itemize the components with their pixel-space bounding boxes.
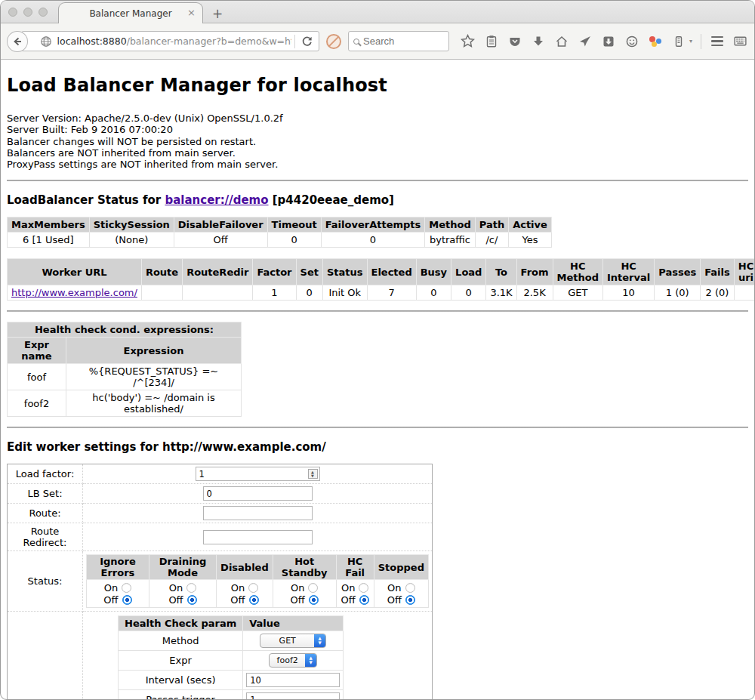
hot-standby-on-radio[interactable] <box>308 583 318 593</box>
bookmark-star-icon <box>461 34 475 48</box>
passes-input[interactable] <box>246 692 340 700</box>
battery-extension-button[interactable] <box>671 34 686 48</box>
worker-url-link[interactable]: http://www.example.com/ <box>11 287 137 298</box>
off-label: Off <box>387 594 402 606</box>
cell-route <box>141 285 182 301</box>
send-tab-button[interactable] <box>578 34 593 48</box>
worker-table: Worker URL Route RouteRedir Factor Set S… <box>7 258 755 301</box>
col-failoverattempts: FailoverAttempts <box>321 217 425 233</box>
balancer-demo-link[interactable]: balancer://demo <box>165 193 268 207</box>
home-icon <box>555 35 569 48</box>
colored-dots-extension-button[interactable] <box>648 34 663 48</box>
search-input[interactable] <box>363 35 439 47</box>
on-label: On <box>169 582 183 594</box>
cell-busy: 0 <box>416 285 451 301</box>
select-stepper-icon: ▲▼ <box>305 653 316 668</box>
cell-factor: 1 <box>253 285 296 301</box>
url-text[interactable]: localhost:8880/balancer-manager?b=demo&w… <box>57 35 292 47</box>
downloads-button[interactable] <box>531 34 546 48</box>
edit-worker-heading: Edit worker settings for http://www.exam… <box>7 440 748 454</box>
ignore-errors-on-radio[interactable] <box>122 583 131 593</box>
reading-list-button[interactable] <box>484 34 499 48</box>
keyboard-extension-button[interactable] <box>733 34 748 48</box>
col-hc-interval: HC Interval <box>602 259 654 285</box>
col-busy: Busy <box>416 259 451 285</box>
cell-hc-method: GET <box>553 285 602 301</box>
disabled-on-radio[interactable] <box>248 583 258 593</box>
stopped-on-radio[interactable] <box>405 583 415 593</box>
url-path: /balancer-manager?b=demo&w=http://www.ex… <box>127 35 291 47</box>
off-label: Off <box>291 594 305 606</box>
new-tab-button[interactable]: + <box>212 6 223 21</box>
keyboard-icon <box>733 34 747 48</box>
cell-elected: 7 <box>367 285 416 301</box>
smiley-extension-button[interactable] <box>624 34 639 48</box>
form-row-route-redirect: Route Redirect: <box>8 523 433 551</box>
route-input[interactable] <box>203 506 313 520</box>
home-button[interactable] <box>554 34 569 48</box>
cell-stickysession: (None) <box>89 233 174 248</box>
search-bar[interactable] <box>348 31 449 51</box>
cell-expression: hc('body') =~ /domain is established/ <box>66 390 242 417</box>
hc-params-header-row: Health Check param Value <box>119 616 344 631</box>
back-button[interactable] <box>7 31 28 52</box>
lb-set-label: LB Set: <box>8 484 83 504</box>
col-hc-method: HC Method <box>553 259 602 285</box>
inherit-notice-line: Balancers are NOT inherited from main se… <box>7 147 748 159</box>
hot-standby-off-radio[interactable] <box>309 595 319 605</box>
pocket-button[interactable] <box>507 34 522 48</box>
route-label: Route: <box>8 504 83 523</box>
draining-mode-off-radio[interactable] <box>187 595 197 605</box>
number-stepper-icon[interactable]: ▲▼ <box>308 469 318 479</box>
reload-button[interactable] <box>298 35 319 47</box>
url-bar[interactable]: localhost:8880/balancer-manager?b=demo&w… <box>21 31 320 51</box>
status-radio-row: On Off On Off On Off <box>87 580 429 608</box>
expr-label: Expr <box>119 651 243 671</box>
route-redirect-input[interactable] <box>203 530 313 544</box>
cell-timeout: 0 <box>267 233 321 248</box>
col-set: Set <box>296 259 322 285</box>
draining-mode-on-radio[interactable] <box>186 583 196 593</box>
server-info: Server Version: Apache/2.5.0-dev (Unix) … <box>7 113 748 170</box>
lb-status-heading: LoadBalancer Status for balancer://demo … <box>7 193 748 207</box>
colored-dots-icon <box>649 35 662 48</box>
on-label: On <box>104 582 118 594</box>
menu-button[interactable] <box>710 34 725 48</box>
method-select[interactable]: GET ▲▼ <box>260 634 326 648</box>
tab-balancer-manager[interactable]: Balancer Manager × <box>58 2 203 23</box>
on-label: On <box>387 582 401 594</box>
hc-fail-off-radio[interactable] <box>359 595 369 605</box>
expr-select[interactable]: foof2 ▲▼ <box>269 653 317 668</box>
disabled-off-radio[interactable] <box>249 595 259 605</box>
on-label: On <box>341 582 355 594</box>
bookmark-star-button[interactable] <box>461 34 476 48</box>
on-label: On <box>291 582 304 594</box>
form-row-load-factor: Load factor: ▲▼ <box>8 464 433 484</box>
hc-expressions-table: Health check cond. expressions: Expr nam… <box>7 322 242 417</box>
window-zoom-button[interactable] <box>39 8 48 17</box>
window-close-button[interactable] <box>8 8 17 17</box>
col-hc-param: Health Check param <box>119 616 243 631</box>
cell-hc-uri <box>734 285 755 301</box>
plugin-blocked-icon[interactable] <box>326 34 341 49</box>
ignore-errors-off-radio[interactable] <box>122 595 132 605</box>
urlbar-divider <box>294 35 295 48</box>
cell-method: bytraffic <box>425 233 475 248</box>
cell-hc-interval: 10 <box>602 285 654 301</box>
lb-set-input[interactable] <box>203 486 313 501</box>
interval-input[interactable] <box>246 673 340 687</box>
col-hc-uri: HC uri <box>734 259 755 285</box>
dropdown-caret-icon[interactable]: ▾ <box>689 38 692 45</box>
col-worker-url: Worker URL <box>8 259 142 285</box>
cell-to: 3.1K <box>486 285 516 301</box>
load-factor-input[interactable] <box>196 467 320 481</box>
hc-fail-on-radio[interactable] <box>359 583 368 593</box>
table-row: foof %{REQUEST_STATUS} =~ /^[234]/ <box>8 364 242 390</box>
extension-download-button[interactable] <box>601 34 616 48</box>
col-timeout: Timeout <box>267 217 321 233</box>
send-icon <box>578 35 592 48</box>
stopped-off-radio[interactable] <box>405 595 415 605</box>
window-minimize-button[interactable] <box>23 8 32 17</box>
col-disablefailover: DisableFailover <box>174 217 267 233</box>
tab-close-icon[interactable]: × <box>187 8 196 18</box>
